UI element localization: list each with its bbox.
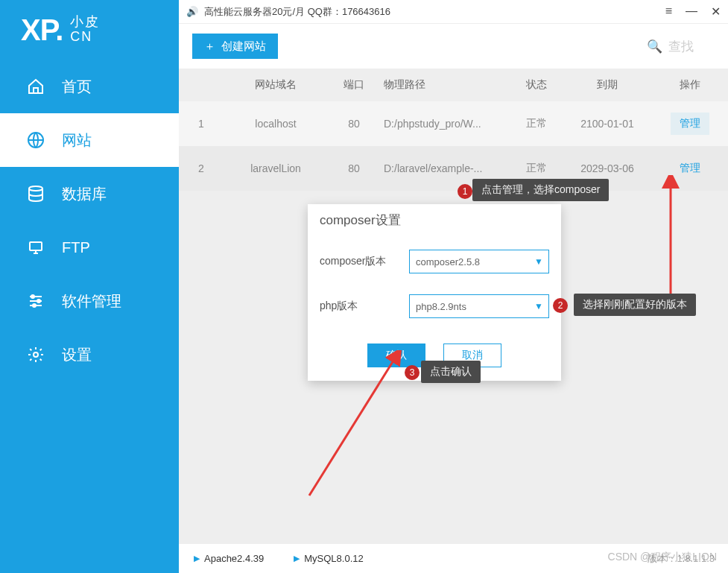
row-path: D:/phpstudy_pro/W... <box>380 118 510 130</box>
search-label: 查找 <box>668 38 694 55</box>
annotation-badge-1: 1 <box>458 184 472 199</box>
th-op: 操作 <box>652 78 728 92</box>
window-controls: ≡ — ✕ <box>665 4 721 19</box>
sidebar-item-label: 软件管理 <box>62 291 121 311</box>
minimize-icon[interactable]: — <box>686 4 697 19</box>
composer-label: composer版本 <box>320 255 409 268</box>
row-status: 正常 <box>510 117 563 130</box>
titlebar: 🔊 高性能云服务器20元/月 QQ群：176643616 ≡ — ✕ <box>179 0 728 24</box>
site-table: 网站域名 端口 物理路径 状态 到期 操作 1 localhost 80 D:/… <box>179 69 728 191</box>
table-row[interactable]: 1 localhost 80 D:/phpstudy_pro/W... 正常 2… <box>179 101 728 146</box>
nav: 首页 网站 数据库 FTP 软件管理 设置 <box>0 60 179 382</box>
logo-sub2: CN <box>70 30 100 45</box>
menu-icon[interactable]: ≡ <box>665 4 672 19</box>
sidebar-item-ftp[interactable]: FTP <box>0 221 179 274</box>
logo: XP. 小皮 CN <box>0 0 179 60</box>
table-header: 网站域名 端口 物理路径 状态 到期 操作 <box>179 69 728 101</box>
create-site-label: 创建网站 <box>221 39 266 54</box>
field-php: php版本 php8.2.9nts <box>320 284 549 329</box>
sidebar-item-label: 首页 <box>62 77 92 97</box>
play-icon: ▶ <box>194 554 200 563</box>
annotation-badge-2: 2 <box>553 298 568 313</box>
watermark: CSDN @程序小猿LION <box>608 551 717 564</box>
row-domain: laravelLion <box>224 162 328 174</box>
annotation-2: 选择刚刚配置好的版本 <box>574 294 696 316</box>
row-domain: localhost <box>224 118 328 130</box>
composer-dialog: composer设置 composer版本 composer2.5.8 php版… <box>308 204 561 381</box>
th-domain: 网站域名 <box>224 78 328 92</box>
create-site-button[interactable]: ＋ 创建网站 <box>192 34 278 59</box>
table-row[interactable]: 2 laravelLion 80 D:/laravel/example-... … <box>179 146 728 191</box>
logo-text: XP. <box>21 13 63 47</box>
logo-sub1: 小皮 <box>70 15 100 30</box>
logo-sub: 小皮 CN <box>70 15 100 45</box>
row-expiry: 2100-01-01 <box>563 118 652 130</box>
sidebar: XP. 小皮 CN 首页 网站 数据库 FTP <box>0 0 179 573</box>
php-select[interactable]: php8.2.9nts <box>409 294 549 318</box>
confirm-button[interactable]: 确认 <box>367 344 425 367</box>
search-icon: 🔍 <box>647 39 662 54</box>
row-index: 1 <box>179 118 224 130</box>
globe-icon <box>26 130 45 150</box>
php-label: php版本 <box>320 300 409 313</box>
row-port: 80 <box>328 118 380 130</box>
sliders-icon <box>26 291 45 311</box>
sidebar-item-label: 网站 <box>62 130 92 151</box>
row-index: 2 <box>179 162 224 174</box>
sidebar-item-home[interactable]: 首页 <box>0 60 179 113</box>
database-icon <box>26 184 45 203</box>
service-mysql[interactable]: ▶MySQL8.0.12 <box>294 553 364 564</box>
manage-button[interactable]: 管理 <box>671 157 709 180</box>
ftp-icon <box>26 238 45 257</box>
plus-icon: ＋ <box>204 39 215 54</box>
annotation-3: 点击确认 <box>421 361 481 383</box>
sidebar-item-label: 设置 <box>62 345 92 365</box>
th-status: 状态 <box>510 78 563 92</box>
sidebar-item-label: 数据库 <box>62 184 107 204</box>
close-icon[interactable]: ✕ <box>711 4 721 19</box>
sidebar-item-settings[interactable]: 设置 <box>0 328 179 382</box>
th-exp: 到期 <box>563 78 652 92</box>
sidebar-item-software[interactable]: 软件管理 <box>0 274 179 328</box>
svg-rect-2 <box>30 242 42 250</box>
th-port: 端口 <box>328 78 380 92</box>
gear-icon <box>26 345 45 364</box>
play-icon: ▶ <box>294 554 300 563</box>
search-box[interactable]: 🔍 查找 <box>647 38 715 55</box>
speaker-icon: 🔊 <box>186 6 198 17</box>
sidebar-item-database[interactable]: 数据库 <box>0 167 179 221</box>
sidebar-item-website[interactable]: 网站 <box>0 113 179 167</box>
sidebar-item-label: FTP <box>62 239 90 256</box>
service-apache[interactable]: ▶Apache2.4.39 <box>194 553 264 564</box>
manage-button[interactable]: 管理 <box>671 113 709 135</box>
row-path: D:/laravel/example-... <box>380 162 510 174</box>
th-path: 物理路径 <box>380 78 510 92</box>
row-status: 正常 <box>510 162 563 175</box>
composer-select[interactable]: composer2.5.8 <box>409 250 549 273</box>
row-expiry: 2029-03-06 <box>563 162 652 174</box>
toolbar: ＋ 创建网站 🔍 查找 <box>179 24 728 69</box>
field-composer: composer版本 composer2.5.8 <box>320 239 549 284</box>
svg-point-6 <box>34 352 38 357</box>
home-icon <box>26 77 45 96</box>
svg-point-1 <box>29 186 42 191</box>
annotation-badge-3: 3 <box>405 365 420 380</box>
annotation-1: 点击管理，选择composer <box>472 179 609 201</box>
promo-text: 高性能云服务器20元/月 QQ群：176643616 <box>204 5 390 19</box>
row-port: 80 <box>328 162 380 174</box>
dialog-title: composer设置 <box>308 204 561 236</box>
